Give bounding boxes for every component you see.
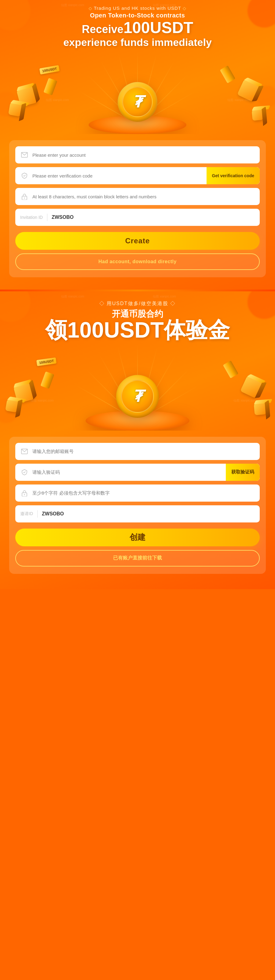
coin-stage-en: .sray { position:absolute; bottom:0; lef…: [0, 48, 275, 134]
deco-box-2-en: [8, 103, 22, 117]
form-area-cn: 获取验证码 邀请ID ZWSOBO 创建 已有账户直接前往下载: [9, 437, 266, 574]
verify-input-cn[interactable]: [32, 469, 226, 475]
receive-text-en: Receive: [82, 23, 123, 35]
create-btn-en[interactable]: Create: [15, 232, 260, 250]
section-chinese: ◇ 用USDT做多/做空美港股 ◇ 开通币股合约 领100USDT体验金: [0, 291, 275, 589]
download-btn-cn[interactable]: 已有账户直接前往下载: [15, 550, 260, 566]
invitation-label-cn: 邀请ID: [20, 511, 33, 517]
lock-icon-cn: [20, 489, 29, 497]
cn-title-big: 领100USDT体验金: [0, 318, 275, 342]
create-btn-cn[interactable]: 创建: [15, 528, 260, 546]
email-input-cn[interactable]: [32, 449, 255, 454]
top-label-en: ◇ Trading US and HK stocks with USDT ◇: [0, 0, 275, 11]
svg-point-2: [24, 198, 25, 199]
invitation-value-cn: ZWSOBO: [42, 511, 64, 517]
title-big-en: Receive100USDT: [0, 19, 275, 37]
deco-box-3-en: [237, 79, 259, 102]
cn-coin: ₮: [116, 375, 159, 418]
cn-coin-inner: ₮: [121, 380, 154, 413]
email-field-en: [15, 146, 260, 164]
coin-stage-cn: 100USDT ₮: [0, 342, 275, 431]
invitation-divider-cn: [37, 510, 38, 517]
cn-top-text: 用USDT做多/做空美港股: [107, 301, 168, 306]
deco-box-3-cn: [240, 376, 262, 398]
section-english: ◇ Trading US and HK stocks with USDT ◇ O…: [0, 0, 275, 290]
cn-diamond-left: ◇: [99, 301, 105, 306]
invitation-value-en: ZWSOBO: [52, 215, 74, 220]
invitation-divider-en: [47, 214, 47, 221]
verify-field-en: Get verification code: [15, 167, 260, 184]
verify-input-en[interactable]: [32, 173, 207, 178]
password-field-en: [15, 188, 260, 205]
deco-box-2-cn: [5, 399, 19, 412]
email-icon-en: [20, 151, 29, 159]
email-icon-cn: [20, 447, 29, 456]
lock-icon-en: [20, 192, 29, 201]
deco-box-4-cn: [254, 402, 266, 415]
download-btn-en[interactable]: Had account, download directly: [15, 253, 260, 270]
deco-box-4-en: [252, 109, 263, 121]
invitation-field-en: Invitation ID ZWSOBO: [15, 209, 260, 226]
get-code-btn-cn[interactable]: 获取验证码: [226, 464, 260, 481]
cn-t-symbol: ₮: [133, 388, 143, 404]
invitation-label-en: Invitation ID: [20, 215, 43, 220]
diamond-left: ◇: [89, 6, 92, 11]
usdt-coin-en: ₮: [118, 82, 157, 122]
diamond-right: ◇: [183, 6, 186, 11]
get-code-btn-en[interactable]: Get verification code: [207, 167, 260, 184]
coin-inner-en: ₮: [122, 87, 153, 117]
amount-text-en: 100USDT: [123, 19, 193, 37]
email-field-cn: [15, 443, 260, 460]
subtitle-en: Open Token-to-Stock contracts: [0, 12, 275, 19]
top-label-cn: ◇ 用USDT做多/做空美港股 ◇: [0, 291, 275, 307]
form-area-en: Get verification code Invitation ID ZWSO…: [9, 140, 266, 277]
email-input-en[interactable]: [32, 153, 255, 158]
verify-field-cn: 获取验证码: [15, 464, 260, 481]
svg-point-5: [24, 494, 25, 495]
verify-icon-en: [20, 172, 29, 180]
top-text-en: Trading US and HK stocks with USDT: [94, 5, 181, 11]
password-field-cn: [15, 485, 260, 502]
cn-diamond-right: ◇: [170, 301, 176, 306]
verify-icon-cn: [20, 468, 29, 477]
invitation-field-cn: 邀请ID ZWSOBO: [15, 505, 260, 522]
t-symbol-en: ₮: [133, 94, 143, 110]
password-input-en[interactable]: [32, 194, 255, 199]
password-input-cn[interactable]: [32, 490, 255, 495]
title-sub-en: experience funds immediately: [0, 37, 275, 48]
